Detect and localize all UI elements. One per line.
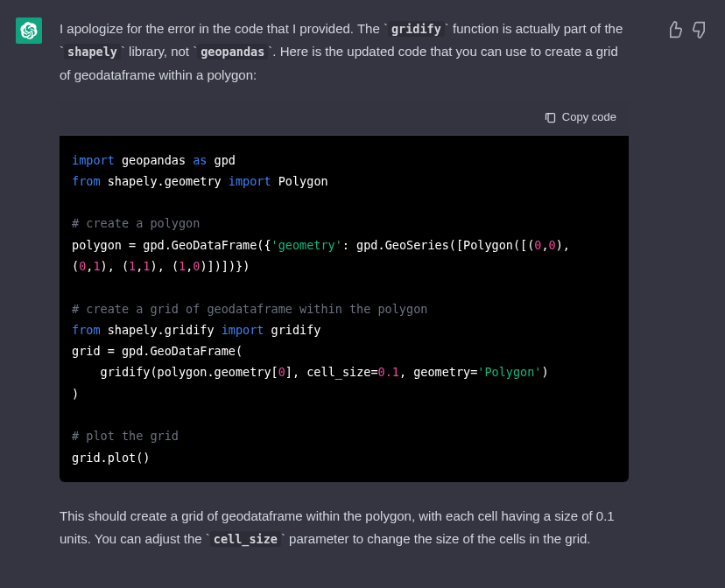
text: parameter to change the size of the cell…: [285, 531, 591, 546]
code-token: 0: [549, 238, 556, 252]
inline-code: cell_size: [210, 531, 281, 547]
code-token: 1: [143, 259, 150, 273]
code-token: # plot the grid: [72, 429, 179, 443]
code-token: ], cell_size=: [285, 365, 378, 379]
code-token: ), (: [101, 259, 130, 273]
code-token: grid.plot(): [72, 451, 150, 465]
inline-code: gridify: [388, 21, 445, 37]
code-token: geopandas: [115, 153, 193, 167]
copy-code-label: Copy code: [562, 108, 616, 128]
code-token: : gpd.GeoSeries([Polygon([(: [342, 238, 534, 252]
inline-code: geopandas: [197, 44, 268, 60]
clipboard-icon: [544, 111, 557, 124]
text: I apologize for the error in the code th…: [60, 21, 384, 36]
message-actions: [665, 18, 709, 550]
code-token: from: [72, 174, 101, 188]
code-token: import: [222, 323, 264, 337]
code-token: import: [229, 174, 271, 188]
thumbs-up-icon: [665, 21, 683, 38]
code-token: )])])}): [200, 259, 250, 273]
code-token: 'Polygon': [477, 365, 541, 379]
thumbs-down-button[interactable]: [692, 21, 709, 38]
code-token: gridify(polygon.geometry[: [72, 365, 278, 379]
assistant-avatar: [16, 18, 42, 44]
code-token: 1: [93, 259, 100, 273]
copy-code-button[interactable]: Copy code: [544, 108, 616, 128]
code-content: import geopandas as gpd from shapely.geo…: [60, 136, 629, 482]
inline-code: shapely: [64, 44, 121, 60]
code-token: grid = gpd.GeoDataFrame(: [72, 344, 243, 358]
message-content: I apologize for the error in the code th…: [60, 18, 629, 550]
code-token: , geometry=: [399, 365, 477, 379]
code-token: ): [541, 365, 548, 379]
code-token: ,: [541, 238, 548, 252]
code-token: import: [72, 153, 115, 167]
message-paragraph-2: This should create a grid of geodatafram…: [60, 505, 629, 551]
text: function is actually part of the: [449, 21, 623, 36]
code-token: ): [72, 387, 79, 401]
code-token: polygon = gpd.GeoDataFrame({: [72, 238, 271, 252]
code-block: Copy code import geopandas as gpd from s…: [60, 101, 629, 482]
message-paragraph-1: I apologize for the error in the code th…: [60, 18, 629, 87]
code-token: 1: [179, 259, 186, 273]
code-token: Polygon: [271, 174, 328, 188]
code-token: 1: [129, 259, 136, 273]
thumbs-up-button[interactable]: [665, 21, 683, 38]
code-token: shapely.gridify: [101, 323, 222, 337]
code-token: gpd: [207, 153, 236, 167]
text: library, not: [125, 44, 193, 59]
code-token: gridify: [264, 323, 320, 337]
code-token: 0: [278, 365, 285, 379]
code-block-header: Copy code: [60, 101, 629, 136]
code-token: shapely.geometry: [101, 174, 229, 188]
code-token: 0.1: [378, 365, 399, 379]
thumbs-down-icon: [692, 21, 709, 38]
code-token: from: [72, 323, 101, 337]
code-token: as: [193, 153, 207, 167]
code-token: 'geometry': [271, 238, 342, 252]
code-token: # create a grid of geodataframe within t…: [72, 302, 427, 316]
assistant-message: I apologize for the error in the code th…: [0, 0, 725, 568]
code-token: # create a polygon: [72, 216, 200, 230]
svg-rect-0: [548, 113, 555, 122]
code-token: ), (: [151, 259, 179, 273]
